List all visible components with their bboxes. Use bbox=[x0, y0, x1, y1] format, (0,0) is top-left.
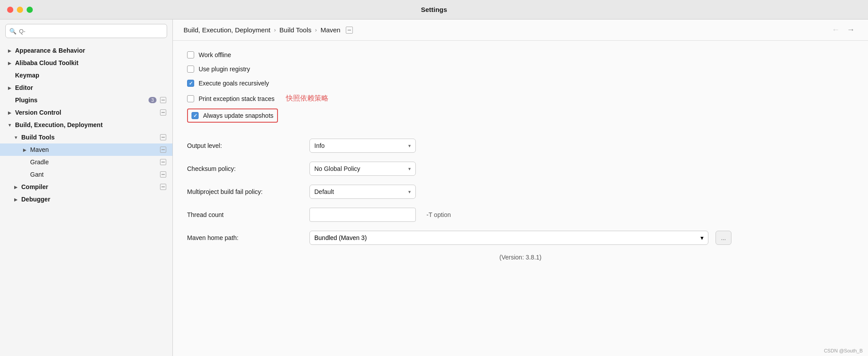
sidebar-item-label: Plugins bbox=[15, 97, 149, 104]
work-offline-checkbox[interactable] bbox=[187, 51, 194, 58]
ellipsis-icon: ... bbox=[721, 235, 726, 241]
always-update-row-wrapper: Always update snapshots bbox=[187, 108, 854, 130]
chevron-right-icon: ▶ bbox=[6, 59, 13, 66]
window-controls bbox=[7, 7, 33, 13]
sidebar-item-compiler[interactable]: ▶ Compiler bbox=[0, 181, 172, 193]
sidebar-item-label: Compiler bbox=[21, 183, 158, 190]
breadcrumb-build-tools[interactable]: Build Tools bbox=[279, 26, 311, 34]
multiproject-policy-select[interactable]: Default ▾ bbox=[309, 185, 416, 199]
chevron-right-icon: ▶ bbox=[12, 196, 20, 203]
sidebar-item-label: Alibaba Cloud Toolkit bbox=[15, 59, 166, 66]
always-update-label: Always update snapshots bbox=[203, 112, 274, 119]
chevron-right-icon: ▶ bbox=[6, 84, 13, 91]
nav-buttons: ← → bbox=[829, 24, 857, 35]
maven-home-label: Maven home path: bbox=[187, 234, 302, 241]
output-level-select[interactable]: Info ▾ bbox=[309, 139, 416, 153]
checksum-policy-select[interactable]: No Global Policy ▾ bbox=[309, 162, 416, 176]
sidebar-item-build-exec-deploy[interactable]: ▼ Build, Execution, Deployment bbox=[0, 119, 172, 131]
execute-goals-checkbox[interactable] bbox=[187, 80, 194, 87]
breadcrumb-page-icon bbox=[346, 27, 353, 34]
page-icon bbox=[160, 184, 166, 190]
chevron-down-icon: ▾ bbox=[700, 234, 704, 241]
maximize-button[interactable] bbox=[27, 7, 33, 13]
sidebar-item-label: Gant bbox=[30, 171, 158, 178]
back-button[interactable]: ← bbox=[829, 24, 842, 35]
page-icon bbox=[160, 159, 166, 165]
page-icon bbox=[160, 171, 166, 178]
sidebar-item-label: Build, Execution, Deployment bbox=[15, 121, 166, 128]
page-icon bbox=[160, 147, 166, 153]
always-update-row: Always update snapshots bbox=[187, 108, 278, 123]
print-exception-checkbox[interactable] bbox=[187, 95, 194, 102]
breadcrumb-maven[interactable]: Maven bbox=[321, 26, 340, 34]
print-exception-row: Print exception stack traces 快照依赖策略 bbox=[187, 94, 854, 103]
sidebar-item-label: Editor bbox=[15, 84, 166, 91]
minimize-button[interactable] bbox=[17, 7, 23, 13]
execute-goals-row: Execute goals recursively bbox=[187, 80, 854, 87]
search-input[interactable] bbox=[19, 28, 163, 35]
plugins-badge: 3 bbox=[149, 97, 156, 103]
chevron-down-icon: ▾ bbox=[408, 166, 411, 172]
use-plugin-registry-row: Use plugin registry bbox=[187, 66, 854, 73]
search-icon: 🔍 bbox=[9, 28, 16, 35]
use-plugin-registry-checkbox[interactable] bbox=[187, 66, 194, 73]
sidebar-item-label: Appearance & Behavior bbox=[15, 47, 166, 54]
sidebar-item-appearance[interactable]: ▶ Appearance & Behavior bbox=[0, 44, 172, 57]
sidebar-item-alibaba[interactable]: ▶ Alibaba Cloud Toolkit bbox=[0, 57, 172, 69]
breadcrumb-build-exec[interactable]: Build, Execution, Deployment bbox=[184, 26, 270, 34]
sidebar-item-editor[interactable]: ▶ Editor bbox=[0, 81, 172, 94]
sidebar-item-label: Version Control bbox=[15, 109, 158, 116]
use-plugin-registry-label: Use plugin registry bbox=[199, 66, 250, 73]
thread-count-row: Thread count -T option bbox=[187, 208, 854, 222]
thread-count-label: Thread count bbox=[187, 211, 302, 218]
breadcrumb-sep-2: › bbox=[315, 27, 317, 33]
sidebar-item-label: Keymap bbox=[15, 72, 166, 79]
maven-home-select[interactable]: Bundled (Maven 3) ▾ bbox=[309, 231, 708, 245]
chevron-right-icon: ▶ bbox=[6, 109, 13, 116]
maven-home-browse-button[interactable]: ... bbox=[716, 231, 731, 245]
chevron-right-icon: ▶ bbox=[6, 47, 13, 54]
watermark: CSDN @South_B bbox=[824, 348, 863, 353]
close-button[interactable] bbox=[7, 7, 13, 13]
search-box[interactable]: 🔍 bbox=[5, 24, 167, 38]
main-layout: 🔍 ▶ Appearance & Behavior ▶ Alibaba Clou… bbox=[0, 19, 868, 356]
sidebar-item-keymap[interactable]: ▶ Keymap bbox=[0, 69, 172, 81]
print-exception-label: Print exception stack traces bbox=[199, 95, 274, 102]
title-bar: Settings bbox=[0, 0, 868, 19]
checksum-policy-label: Checksum policy: bbox=[187, 165, 302, 172]
chevron-placeholder: ▶ bbox=[6, 97, 13, 104]
page-icon bbox=[160, 134, 166, 140]
sidebar-item-plugins[interactable]: ▶ Plugins 3 bbox=[0, 94, 172, 106]
version-text: (Version: 3.8.1) bbox=[187, 254, 854, 261]
chevron-down-icon: ▾ bbox=[408, 143, 411, 149]
output-level-value: Info bbox=[314, 142, 325, 149]
sidebar-item-build-tools[interactable]: ▼ Build Tools bbox=[0, 131, 172, 143]
thread-count-input[interactable] bbox=[309, 208, 416, 222]
chevron-down-icon: ▼ bbox=[12, 134, 20, 141]
output-level-label: Output level: bbox=[187, 142, 302, 149]
chevron-placeholder: ▶ bbox=[6, 72, 13, 79]
sidebar: 🔍 ▶ Appearance & Behavior ▶ Alibaba Clou… bbox=[0, 19, 173, 356]
sidebar-item-label: Maven bbox=[30, 146, 158, 153]
page-icon bbox=[160, 109, 166, 116]
sidebar-item-version-control[interactable]: ▶ Version Control bbox=[0, 106, 172, 119]
work-offline-row: Work offline bbox=[187, 51, 854, 58]
always-update-checkbox[interactable] bbox=[192, 112, 199, 119]
chevron-placeholder: ▶ bbox=[21, 159, 28, 166]
output-level-row: Output level: Info ▾ bbox=[187, 139, 854, 153]
sidebar-item-label: Build Tools bbox=[21, 134, 158, 141]
sidebar-item-gant[interactable]: ▶ Gant bbox=[0, 168, 172, 181]
sidebar-item-gradle[interactable]: ▶ Gradle bbox=[0, 156, 172, 168]
checksum-policy-row: Checksum policy: No Global Policy ▾ bbox=[187, 162, 854, 176]
chevron-down-icon: ▼ bbox=[6, 121, 13, 128]
multiproject-policy-label: Multiproject build fail policy: bbox=[187, 188, 302, 195]
sidebar-item-debugger[interactable]: ▶ Debugger bbox=[0, 193, 172, 205]
sidebar-item-maven[interactable]: ▶ Maven bbox=[0, 143, 172, 156]
annotation-text: 快照依赖策略 bbox=[286, 94, 328, 103]
maven-home-row: Maven home path: Bundled (Maven 3) ▾ ... bbox=[187, 231, 854, 245]
breadcrumb-bar: Build, Execution, Deployment › Build Too… bbox=[173, 19, 868, 41]
chevron-placeholder: ▶ bbox=[21, 171, 28, 178]
chevron-right-icon: ▶ bbox=[12, 183, 20, 190]
sidebar-list: ▶ Appearance & Behavior ▶ Alibaba Cloud … bbox=[0, 43, 172, 356]
forward-button[interactable]: → bbox=[844, 24, 857, 35]
